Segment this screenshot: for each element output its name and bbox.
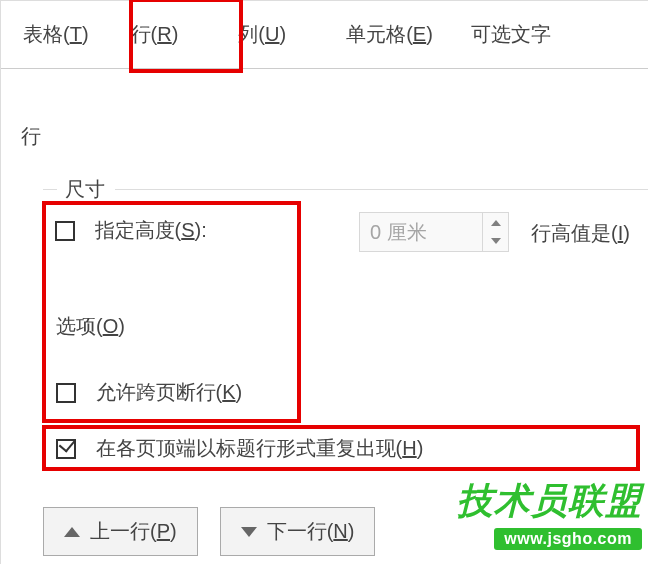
tab-row-label: 行 [131, 23, 151, 45]
watermark-title: 技术员联盟 [457, 477, 642, 526]
tab-table-label: 表格 [23, 23, 63, 45]
row-height-spinner[interactable]: 0 厘米 [359, 212, 509, 252]
options-group-legend: 选项(O) [56, 313, 125, 340]
next-row-button[interactable]: 下一行(N) [220, 507, 376, 556]
repeat-header-row: 在各页顶端以标题行形式重复出现(H) [56, 435, 648, 462]
allow-break-label: 允许跨页断行(K) [96, 381, 243, 403]
specify-height-label: 指定高度(S): [95, 219, 207, 241]
tab-column[interactable]: 列(U) [208, 1, 316, 68]
tab-row-accel: R [157, 23, 171, 45]
tab-bar: 表格(T) 行(R) 列(U) 单元格(E) 可选文字 [1, 1, 648, 69]
size-group-legend: 尺寸 [61, 176, 109, 203]
tab-column-accel: U [265, 23, 279, 45]
tab-cell-accel: E [413, 23, 426, 45]
tab-alt-label: 可选文字 [471, 23, 551, 45]
watermark-url: www.jsgho.com [494, 528, 642, 550]
arrow-down-icon [241, 527, 257, 537]
next-row-label: 下一行(N) [267, 518, 355, 545]
tab-table-accel: T [70, 23, 82, 45]
allow-break-row: 允许跨页断行(K) [56, 379, 648, 406]
prev-row-button[interactable]: 上一行(P) [43, 507, 198, 556]
tab-alt-text[interactable]: 可选文字 [453, 1, 555, 68]
tab-column-label: 列 [238, 23, 258, 45]
spinner-buttons[interactable] [482, 213, 508, 251]
tab-cell[interactable]: 单元格(E) [316, 1, 453, 68]
row-nav-buttons: 上一行(P) 下一行(N) [43, 507, 375, 556]
table-properties-dialog: 表格(T) 行(R) 列(U) 单元格(E) 可选文字 行 尺寸 指定高度(S)… [0, 0, 648, 564]
size-group-border [43, 189, 648, 190]
repeat-header-label: 在各页顶端以标题行形式重复出现(H) [96, 437, 424, 459]
tab-table[interactable]: 表格(T) [1, 1, 101, 68]
prev-row-label: 上一行(P) [90, 518, 177, 545]
watermark: 技术员联盟 www.jsgho.com [457, 477, 642, 550]
row-height-type-label: 行高值是(I) [531, 220, 630, 247]
allow-break-checkbox[interactable] [56, 383, 76, 403]
tab-row[interactable]: 行(R) [101, 1, 209, 68]
tab-cell-label: 单元格 [346, 23, 406, 45]
repeat-header-checkbox[interactable] [56, 439, 76, 459]
specify-height-checkbox[interactable] [55, 221, 75, 241]
row-height-area: 指定高度(S): 0 厘米 行高值是(I) [55, 217, 648, 244]
section-title-row: 行 [21, 123, 41, 150]
row-height-value: 0 厘米 [370, 219, 427, 246]
arrow-up-icon [64, 527, 80, 537]
